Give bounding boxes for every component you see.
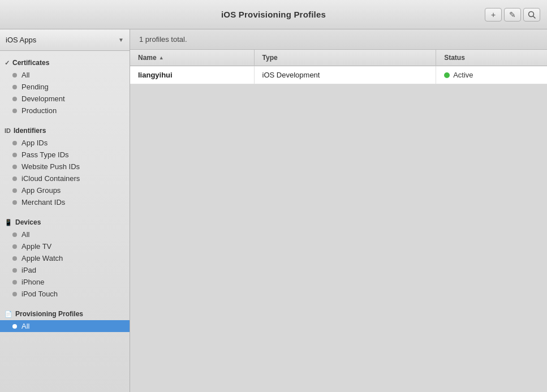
sidebar-item-label: iPod Touch xyxy=(21,290,58,298)
item-dot-icon xyxy=(12,109,17,113)
chevron-down-icon: ▼ xyxy=(118,37,124,43)
profile-status-cell: Active xyxy=(436,66,547,84)
sidebar-section-certificates: ✓CertificatesAllPendingDevelopmentProduc… xyxy=(0,51,130,119)
sidebar-item-label: All xyxy=(21,230,29,239)
item-dot-icon xyxy=(12,292,17,296)
sidebar-item-label: Development xyxy=(21,94,65,103)
sidebar-item-label: Website Push IDs xyxy=(21,162,80,171)
sidebar-item-ipad[interactable]: iPad xyxy=(0,264,130,276)
identifiers-icon: ID xyxy=(5,127,11,134)
sidebar-item-pending[interactable]: Pending xyxy=(0,81,130,93)
page-title: iOS Provisioning Profiles xyxy=(221,10,326,19)
search-button[interactable] xyxy=(523,8,540,21)
sidebar-section-header-identifiers: IDIdentifiers xyxy=(0,124,130,137)
add-button[interactable]: + xyxy=(485,8,502,21)
sidebar-section-label-devices: Devices xyxy=(15,218,41,226)
item-dot-icon xyxy=(12,141,17,145)
sidebar-section-label-provisioning: Provisioning Profiles xyxy=(15,310,83,318)
title-bar: iOS Provisioning Profiles + ✎ xyxy=(0,0,547,29)
sidebar-section-devices: 📱DevicesAllApple TVApple WatchiPadiPhone… xyxy=(0,210,130,302)
item-dot-icon xyxy=(12,176,17,181)
sidebar: iOS Apps ▼ ✓CertificatesAllPendingDevelo… xyxy=(0,29,130,392)
sidebar-item-website-push-ids[interactable]: Website Push IDs xyxy=(0,161,130,173)
sidebar-item-label: App Groups xyxy=(21,186,61,195)
sidebar-item-label: All xyxy=(21,322,29,330)
item-dot-icon xyxy=(12,97,17,101)
sidebar-item-merchant-ids[interactable]: Merchant IDs xyxy=(0,196,130,208)
status-label: Active xyxy=(453,71,473,79)
sidebar-section-identifiers: IDIdentifiersApp IDsPass Type IDsWebsite… xyxy=(0,119,130,210)
table-row[interactable]: liangyihuiiOS DevelopmentActive xyxy=(130,66,547,84)
certificates-icon: ✓ xyxy=(5,59,10,67)
item-dot-icon xyxy=(12,280,17,285)
item-dot-icon xyxy=(12,73,17,77)
sidebar-section-label-certificates: Certificates xyxy=(12,59,49,67)
search-icon xyxy=(528,11,536,19)
sidebar-item-app-groups[interactable]: App Groups xyxy=(0,184,130,196)
item-dot-icon xyxy=(12,153,17,157)
table-header-row: Name ▲ Type Status xyxy=(130,50,547,66)
sidebar-item-app-ids[interactable]: App IDs xyxy=(0,137,130,149)
sidebar-section-header-certificates: ✓Certificates xyxy=(0,57,130,69)
sidebar-item-pass-type-ids[interactable]: Pass Type IDs xyxy=(0,149,130,161)
sidebar-item-development[interactable]: Development xyxy=(0,93,130,105)
status-bar: 1 profiles total. xyxy=(130,29,547,50)
item-dot-icon xyxy=(12,165,17,169)
sidebar-section-header-provisioning: 📄Provisioning Profiles xyxy=(0,308,130,320)
title-bar-actions: + ✎ xyxy=(485,8,540,21)
sidebar-dropdown-label: iOS Apps xyxy=(6,36,36,44)
col-type[interactable]: Type xyxy=(254,50,436,66)
sidebar-item-apple-watch[interactable]: Apple Watch xyxy=(0,252,130,264)
status-text: 1 profiles total. xyxy=(139,35,187,44)
sidebar-item-label: Apple Watch xyxy=(21,254,63,262)
sidebar-item-label: Pending xyxy=(21,83,49,91)
sidebar-section-label-identifiers: Identifiers xyxy=(14,127,46,135)
item-dot-icon xyxy=(12,268,17,273)
sidebar-item-label: iCloud Containers xyxy=(21,174,80,183)
profile-name-cell: liangyihui xyxy=(130,66,254,84)
sidebar-item-label: Apple TV xyxy=(21,242,51,251)
col-name[interactable]: Name ▲ xyxy=(130,50,254,66)
status-active-dot-icon xyxy=(444,72,450,78)
sidebar-sections: ✓CertificatesAllPendingDevelopmentProduc… xyxy=(0,51,130,334)
sidebar-item-icloud-containers[interactable]: iCloud Containers xyxy=(0,173,130,184)
content-area: 1 profiles total. Name ▲ Type Status xyxy=(130,29,547,392)
table-body: liangyihuiiOS DevelopmentActive xyxy=(130,66,547,84)
edit-button[interactable]: ✎ xyxy=(504,8,521,21)
sidebar-section-header-devices: 📱Devices xyxy=(0,216,130,229)
item-dot-icon xyxy=(12,232,17,237)
provisioning-icon: 📄 xyxy=(5,311,12,318)
sidebar-item-all[interactable]: All xyxy=(0,229,130,240)
sidebar-item-label: iPad xyxy=(21,266,36,274)
sidebar-item-all[interactable]: All xyxy=(0,69,130,81)
sidebar-item-label: Pass Type IDs xyxy=(21,150,69,159)
item-dot-icon xyxy=(12,188,17,193)
sidebar-item-label: Production xyxy=(21,106,57,115)
main-layout: iOS Apps ▼ ✓CertificatesAllPendingDevelo… xyxy=(0,29,547,392)
sidebar-item-ipod-touch[interactable]: iPod Touch xyxy=(0,288,130,300)
item-dot-icon xyxy=(12,85,17,89)
col-status[interactable]: Status xyxy=(436,50,547,66)
sidebar-item-label: iPhone xyxy=(21,278,44,286)
sidebar-item-apple-tv[interactable]: Apple TV xyxy=(0,240,130,252)
item-dot-icon xyxy=(12,200,17,205)
sidebar-item-label: Merchant IDs xyxy=(21,198,65,206)
sidebar-item-label: All xyxy=(21,71,29,79)
profiles-table: Name ▲ Type Status liangyihuiiOS Develop… xyxy=(130,50,547,84)
item-dot-icon xyxy=(12,244,17,249)
sidebar-item-all[interactable]: All xyxy=(0,320,130,332)
sort-arrow-icon: ▲ xyxy=(159,55,164,61)
item-dot-icon xyxy=(12,256,17,261)
item-dot-icon xyxy=(12,324,17,329)
svg-line-1 xyxy=(533,16,536,18)
sidebar-section-provisioning: 📄Provisioning ProfilesAll xyxy=(0,302,130,334)
sidebar-item-production[interactable]: Production xyxy=(0,105,130,117)
sidebar-item-iphone[interactable]: iPhone xyxy=(0,276,130,288)
devices-icon: 📱 xyxy=(5,219,12,226)
table-container: Name ▲ Type Status liangyihuiiOS Develop… xyxy=(130,50,547,392)
sidebar-dropdown[interactable]: iOS Apps ▼ xyxy=(0,29,130,51)
sidebar-item-label: App IDs xyxy=(21,139,48,147)
profile-type-cell: iOS Development xyxy=(254,66,436,84)
